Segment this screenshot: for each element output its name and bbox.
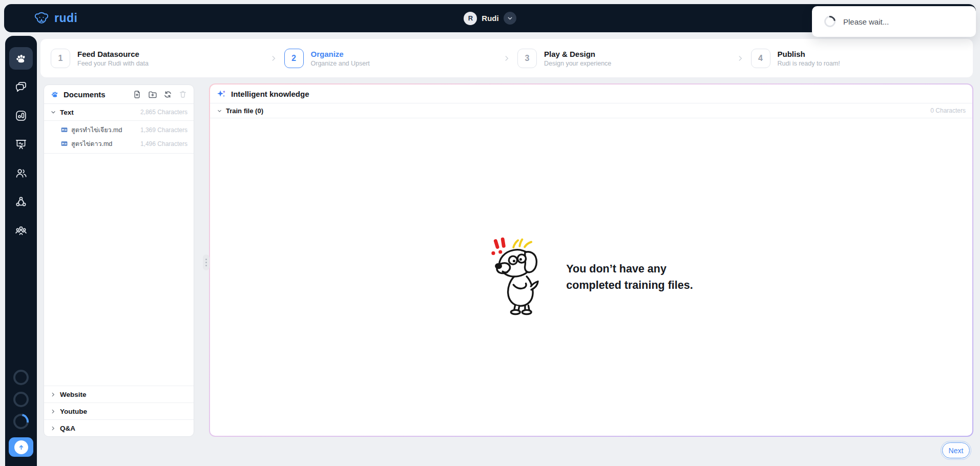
documents-panel: Documents: [44, 84, 194, 437]
chevron-down-icon: [50, 109, 56, 115]
chevron-right-icon: [737, 55, 744, 62]
add-folder-icon: [148, 90, 157, 99]
user-menu[interactable]: R Rudi: [464, 12, 516, 25]
chat-icon: [14, 80, 28, 94]
documents-empty-space: [44, 154, 194, 386]
delete-button[interactable]: [178, 90, 187, 99]
train-file-row[interactable]: Train file (0) 0 Characters: [210, 103, 972, 118]
file-name: สูตรไข่ดาว.md: [71, 139, 112, 149]
step-subtitle: Feed your Rudi with data: [77, 60, 149, 67]
please-wait-toast: Please wait...: [812, 6, 976, 37]
chevron-right-icon: [50, 392, 56, 397]
markdown-file-icon: [61, 140, 68, 147]
knowledge-panel: Intelligent knowledge Train file (0) 0 C…: [210, 84, 972, 436]
documents-title: Documents: [64, 90, 106, 99]
step-number: 3: [517, 49, 537, 68]
step-number: 1: [51, 49, 70, 68]
file-list: สูตรทำไข่เจียว.md 1,369 Characters สูตรไ…: [44, 121, 194, 154]
section-qa[interactable]: Q&A: [44, 419, 194, 436]
file-count: 1,496 Characters: [140, 140, 187, 147]
section-website[interactable]: Website: [44, 386, 194, 403]
sidebar-item-presentation[interactable]: [9, 133, 33, 156]
section-label: Youtube: [60, 408, 87, 415]
section-count: 2,865 Characters: [140, 109, 187, 116]
upload-button[interactable]: [9, 437, 33, 457]
step-subtitle: Rudi is ready to roam!: [778, 60, 840, 67]
sidebar: [5, 36, 37, 466]
section-label: Website: [60, 391, 87, 398]
file-count: 1,369 Characters: [140, 126, 187, 134]
chevron-right-icon: [50, 409, 56, 414]
chevron-right-icon: [270, 55, 277, 62]
user-name: Rudi: [482, 14, 498, 23]
avatar: R: [464, 12, 477, 25]
file-row[interactable]: สูตรไข่ดาว.md 1,496 Characters: [44, 137, 194, 151]
brand-name: rudi: [54, 11, 77, 25]
add-folder-button[interactable]: [148, 90, 157, 99]
stepper: 1 Feed Datasource Feed your Rudi with da…: [40, 38, 973, 78]
knowledge-panel-border: Intelligent knowledge Train file (0) 0 C…: [209, 83, 973, 437]
step-number: 2: [284, 49, 304, 68]
paw-icon: [14, 52, 28, 65]
step-play-design[interactable]: 3 Play & Design Design your experience: [517, 49, 729, 68]
progress-ring: [13, 392, 29, 407]
chevron-right-icon: [50, 426, 56, 431]
empty-state-message: You don’t have any completed training fi…: [566, 261, 693, 294]
toast-message: Please wait...: [843, 17, 889, 26]
add-file-button[interactable]: [132, 90, 142, 99]
spinner-icon: [822, 14, 838, 30]
team-icon: [14, 224, 28, 237]
surprised-dog-illustration: [489, 237, 552, 317]
file-name: สูตรทำไข่เจียว.md: [71, 125, 122, 135]
trash-icon: [178, 90, 187, 99]
presentation-icon: [14, 138, 28, 151]
sidebar-bottom-group: [9, 370, 33, 457]
step-feed-datasource[interactable]: 1 Feed Datasource Feed your Rudi with da…: [51, 49, 263, 68]
refresh-icon: [163, 90, 173, 99]
paw-icon: [50, 90, 59, 99]
brand[interactable]: rudi: [34, 11, 77, 26]
sidebar-item-users[interactable]: [9, 162, 33, 184]
knowledge-title: Intelligent knowledge: [231, 90, 309, 98]
step-number: 4: [751, 49, 770, 68]
step-title: Publish: [778, 50, 840, 58]
sidebar-item-team[interactable]: [9, 219, 33, 242]
sidebar-item-chat[interactable]: [9, 76, 33, 98]
section-label: Q&A: [60, 425, 75, 432]
empty-state: You don’t have any completed training fi…: [210, 118, 972, 436]
section-youtube[interactable]: Youtube: [44, 403, 194, 419]
progress-ring: [13, 370, 29, 385]
section-text[interactable]: Text 2,865 Characters: [44, 104, 194, 121]
section-label: Text: [60, 109, 74, 116]
train-file-label: Train file (0): [226, 107, 263, 115]
step-organize[interactable]: 2 Organize Organize and Upsert: [284, 49, 496, 68]
step-publish[interactable]: 4 Publish Rudi is ready to roam!: [751, 49, 963, 68]
add-file-icon: [132, 90, 142, 99]
network-icon: [14, 195, 28, 208]
user-menu-chevron-button[interactable]: [504, 12, 516, 25]
file-row[interactable]: สูตรทำไข่เจียว.md 1,369 Characters: [44, 123, 194, 137]
sidebar-item-rudi[interactable]: [9, 47, 33, 70]
chevron-down-icon: [507, 15, 513, 22]
train-file-count: 0 Characters: [930, 107, 966, 114]
sidebar-item-network[interactable]: [9, 190, 33, 213]
next-button[interactable]: Next: [942, 442, 970, 458]
progress-ring-loading: [10, 411, 32, 432]
documents-header: Documents: [44, 85, 194, 104]
analytics-icon: [14, 109, 28, 122]
step-title: Feed Datasource: [77, 50, 149, 58]
step-subtitle: Design your experience: [544, 60, 611, 67]
step-title: Play & Design: [544, 50, 611, 58]
users-icon: [14, 166, 28, 180]
refresh-button[interactable]: [163, 90, 173, 99]
chevron-down-icon: [217, 108, 222, 114]
step-title: Organize: [311, 50, 370, 58]
markdown-file-icon: [61, 126, 68, 133]
panel-resize-handle[interactable]: [203, 255, 210, 270]
knowledge-header: Intelligent knowledge: [210, 84, 972, 103]
step-subtitle: Organize and Upsert: [311, 60, 370, 67]
sidebar-item-analytics[interactable]: [9, 104, 33, 127]
rudi-dog-logo-icon: [34, 11, 49, 26]
sparkles-icon: [217, 89, 226, 99]
arrow-up-icon: [14, 440, 28, 454]
